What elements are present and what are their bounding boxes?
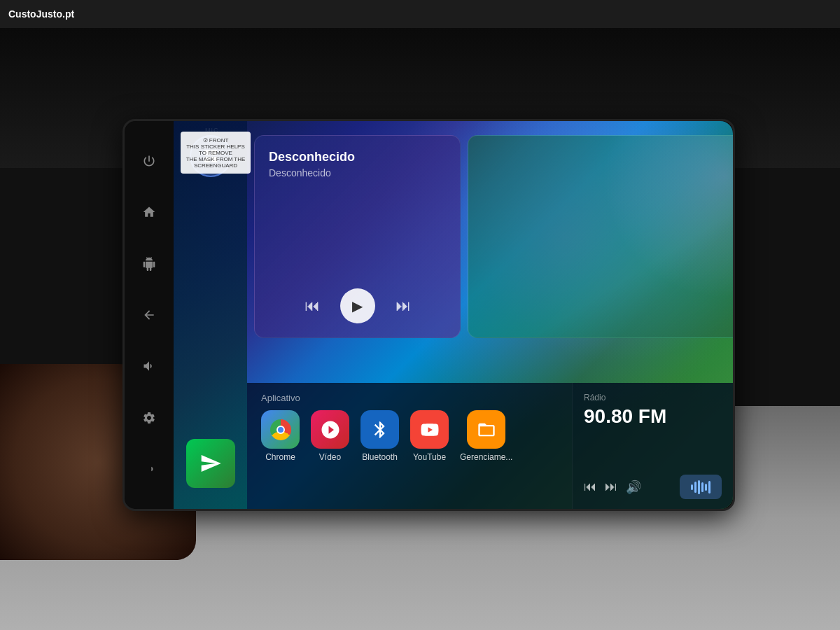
- files-manager-icon: [477, 420, 496, 440]
- bluetooth-label: Bluetooth: [362, 452, 398, 462]
- waveform-button[interactable]: [680, 475, 722, 499]
- android-screen: ② FRONTTHIS STICKER HELPS TO REMOVETHE M…: [174, 121, 733, 509]
- top-bar: CustoJusto.pt: [0, 0, 840, 28]
- wave-bar-6: [708, 481, 710, 493]
- music-widget: Desconhecido Desconhecido ⏮ ▶ ⏭: [254, 135, 461, 338]
- video-icon: [320, 419, 341, 440]
- bottom-section: Aplicativo Chrome: [247, 383, 733, 509]
- album-art-widget: [468, 135, 733, 338]
- radio-prev-button[interactable]: ⏮: [584, 479, 596, 494]
- wave-bar-3: [698, 480, 700, 494]
- youtube-icon: [419, 419, 440, 440]
- bluetooth-icon: [370, 420, 390, 440]
- wave-bar-4: [701, 482, 704, 492]
- android-button[interactable]: [136, 251, 162, 276]
- main-screen-content: Desconhecido Desconhecido ⏮ ▶ ⏭ Aplicati…: [247, 121, 733, 509]
- video-icon-container: [311, 410, 349, 449]
- radio-volume-button[interactable]: 🔊: [626, 479, 641, 495]
- chrome-icon: [270, 419, 291, 440]
- apps-section: Aplicativo Chrome: [247, 383, 572, 509]
- navigation-button[interactable]: [186, 439, 235, 488]
- radio-controls: ⏮ ⏭ 🔊: [584, 475, 722, 499]
- wave-bar-5: [705, 484, 707, 491]
- volume-up-button[interactable]: [136, 354, 162, 379]
- video-label: Vídeo: [319, 452, 341, 462]
- volume-down-button[interactable]: [136, 456, 162, 482]
- settings-button[interactable]: [136, 405, 162, 430]
- app-video[interactable]: Vídeo: [311, 410, 349, 462]
- screen-protector-sticker: ② FRONTTHIS STICKER HELPS TO REMOVETHE M…: [181, 132, 251, 174]
- app-youtube[interactable]: YouTube: [410, 410, 449, 462]
- chrome-label: Chrome: [265, 452, 295, 462]
- app-files[interactable]: Gerenciame...: [460, 410, 512, 462]
- files-label: Gerenciame...: [460, 452, 512, 462]
- site-logo: CustoJusto.pt: [8, 8, 74, 20]
- next-track-button[interactable]: ⏭: [389, 292, 417, 320]
- apps-grid: Chrome Vídeo: [261, 410, 558, 462]
- play-pause-button[interactable]: ▶: [340, 288, 375, 323]
- bluetooth-icon-container: [360, 410, 399, 449]
- car-headunit-device: ② FRONTTHIS STICKER HELPS TO REMOVETHE M…: [122, 119, 735, 511]
- chrome-inner-circle: [276, 426, 285, 434]
- music-track-title: Desconhecido: [269, 150, 446, 164]
- sticker-text: ② FRONTTHIS STICKER HELPS TO REMOVETHE M…: [181, 134, 251, 172]
- wave-bar-2: [694, 482, 696, 493]
- radio-label: Rádio: [584, 393, 722, 402]
- chrome-icon-container: [261, 410, 300, 449]
- wave-bar-1: [691, 484, 693, 490]
- home-button[interactable]: [136, 200, 162, 225]
- music-artist: Desconhecido: [269, 167, 446, 178]
- prev-track-button[interactable]: ⏮: [298, 292, 326, 320]
- app-chrome[interactable]: Chrome: [261, 410, 300, 462]
- apps-section-label: Aplicativo: [261, 393, 558, 403]
- files-icon-container: [467, 410, 505, 449]
- device-side-buttons: [125, 121, 174, 509]
- radio-next-button[interactable]: ⏭: [605, 479, 617, 494]
- power-button[interactable]: [136, 148, 162, 174]
- left-navigation-panel: [174, 121, 247, 509]
- youtube-icon-container: [410, 410, 449, 449]
- app-bluetooth[interactable]: Bluetooth: [360, 410, 399, 462]
- album-art-overlay: [468, 136, 733, 337]
- waveform-icon: [691, 480, 710, 494]
- youtube-label: YouTube: [413, 452, 446, 462]
- music-controls: ⏮ ▶ ⏭: [269, 288, 446, 323]
- radio-section: Rádio 90.80 FM ⏮ ⏭ 🔊: [572, 383, 733, 509]
- radio-frequency: 90.80 FM: [584, 405, 722, 428]
- back-button[interactable]: [136, 302, 162, 328]
